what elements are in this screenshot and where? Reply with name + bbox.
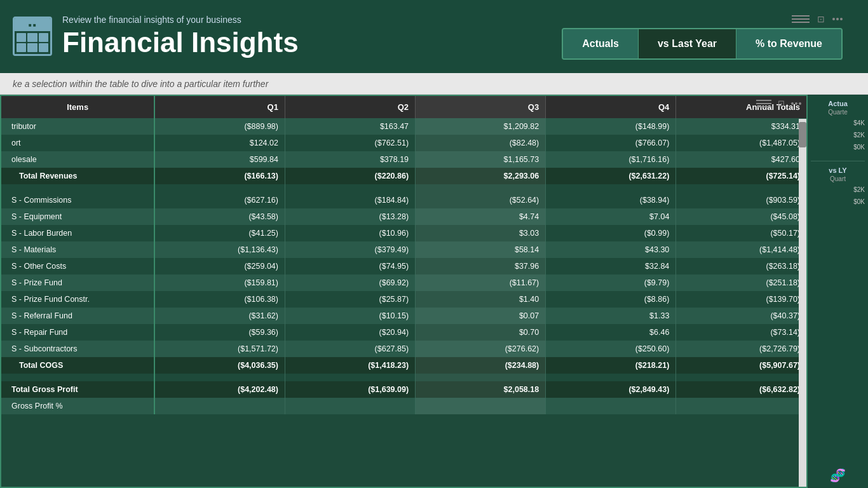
tab-buttons-container: Actuals vs Last Year % to Revenue xyxy=(562,28,843,60)
calculator-icon: ■ ■ xyxy=(13,17,52,56)
row-col-annual xyxy=(676,374,806,381)
table-row[interactable] xyxy=(1,374,806,381)
row-col-q3 xyxy=(416,374,546,381)
row-col-q3: ($276.62) xyxy=(416,341,546,357)
table-row[interactable]: olesale$599.84$378.19$1,165.73($1,716.16… xyxy=(1,151,806,168)
table-panel-controls: ⊡ xyxy=(756,98,801,108)
more-icon[interactable] xyxy=(832,18,843,20)
tab-actuals[interactable]: Actuals xyxy=(563,29,639,58)
table-row[interactable]: Total Gross Profit($4,202.48)($1,639.09)… xyxy=(1,381,806,398)
row-col-q2: ($20.94) xyxy=(285,324,415,341)
table-row[interactable]: tributor($889.98)$163.47$1,209.82($148.9… xyxy=(1,118,806,135)
row-col-q3: ($52.64) xyxy=(416,192,546,208)
right-2k-label: $2K xyxy=(811,132,865,139)
col-items: Items xyxy=(1,96,154,118)
table-row[interactable]: Gross Profit % xyxy=(1,398,806,414)
row-col-q1: ($4,036.35) xyxy=(154,357,285,374)
row-col-q1: ($1,571.72) xyxy=(154,341,285,357)
row-col-q4: $7.04 xyxy=(546,208,676,225)
row-label: Total Revenues xyxy=(1,168,154,184)
row-label xyxy=(1,374,154,381)
row-label: S - Repair Fund xyxy=(1,324,154,341)
row-col-q1: $124.02 xyxy=(154,135,285,151)
table-row[interactable]: S - Repair Fund($59.36)($20.94)$0.70$6.4… xyxy=(1,324,806,341)
scrollbar-track[interactable] xyxy=(799,119,806,487)
row-label: S - Equipment xyxy=(1,208,154,225)
row-col-q1 xyxy=(154,184,285,192)
row-col-q1: ($106.38) xyxy=(154,291,285,308)
table-expand-icon[interactable]: ⊡ xyxy=(778,98,785,108)
row-col-q2: ($69.92) xyxy=(285,274,415,291)
table-row[interactable]: S - Subcontractors($1,571.72)($627.85)($… xyxy=(1,341,806,357)
table-row[interactable]: S - Other Costs($259.04)($74.95)$37.96$3… xyxy=(1,258,806,274)
table-row[interactable]: Total Revenues($166.13)($220.86)$2,293.0… xyxy=(1,168,806,184)
row-col-q1: ($259.04) xyxy=(154,258,285,274)
row-col-annual: ($263.18) xyxy=(676,258,806,274)
row-label xyxy=(1,184,154,192)
right-2k-b-label: $2K xyxy=(811,186,865,193)
row-col-q2: ($10.96) xyxy=(285,225,415,241)
table-more-icon[interactable] xyxy=(791,102,801,105)
row-col-q2: ($25.87) xyxy=(285,291,415,308)
row-col-annual: ($45.08) xyxy=(676,208,806,225)
table-row[interactable]: ort$124.02($762.51)($82.48)($766.07)($1,… xyxy=(1,135,806,151)
row-col-annual: ($251.18) xyxy=(676,274,806,291)
row-label: S - Subcontractors xyxy=(1,341,154,357)
row-col-q1: $599.84 xyxy=(154,151,285,168)
row-col-q2: ($1,639.09) xyxy=(285,381,415,398)
row-col-q2 xyxy=(285,398,415,414)
row-label: S - Prize Fund xyxy=(1,274,154,291)
row-col-q1: ($59.36) xyxy=(154,324,285,341)
row-col-q2: $163.47 xyxy=(285,118,415,135)
tab-vs-last-year[interactable]: vs Last Year xyxy=(639,29,736,58)
row-col-q2: $378.19 xyxy=(285,151,415,168)
table-row[interactable] xyxy=(1,184,806,192)
financial-table: Items Q1 Q2 Q3 Q4 Annual Totals tributor… xyxy=(1,96,806,414)
table-row[interactable]: S - Prize Fund($159.81)($69.92)($11.67)(… xyxy=(1,274,806,291)
row-col-q3: $0.70 xyxy=(416,324,546,341)
row-label: olesale xyxy=(1,151,154,168)
table-row[interactable]: Total COGS($4,036.35)($1,418.23)($234.88… xyxy=(1,357,806,374)
row-col-q2: ($762.51) xyxy=(285,135,415,151)
row-col-annual xyxy=(676,398,806,414)
row-col-q1: ($889.98) xyxy=(154,118,285,135)
main-content: ⊡ Items Q1 Q2 Q3 Q4 Annual Totals xyxy=(0,95,868,488)
header-text-block: Review the financial insights of your bu… xyxy=(62,15,299,58)
row-col-q2: ($1,418.23) xyxy=(285,357,415,374)
row-col-q4: ($0.99) xyxy=(546,225,676,241)
row-label: ort xyxy=(1,135,154,151)
row-col-annual: ($725.14) xyxy=(676,168,806,184)
tab-panel: ⊡ Actuals vs Last Year % to Revenue xyxy=(562,14,843,60)
row-col-q4: ($148.99) xyxy=(546,118,676,135)
table-row[interactable]: S - Commissions($627.16)($184.84)($52.64… xyxy=(1,192,806,208)
right-actuals-label: Actua xyxy=(811,100,865,107)
row-col-q2: ($74.95) xyxy=(285,258,415,274)
table-row[interactable]: S - Equipment($43.58)($13.28)$4.74$7.04(… xyxy=(1,208,806,225)
row-col-q3: ($234.88) xyxy=(416,357,546,374)
table-row[interactable]: S - Materials($1,136.43)($379.49)$58.14$… xyxy=(1,241,806,258)
panel-controls: ⊡ xyxy=(792,14,843,24)
scrollbar-thumb[interactable] xyxy=(799,122,806,147)
table-row[interactable]: S - Labor Burden($41.25)($10.96)$3.03($0… xyxy=(1,225,806,241)
row-col-q4 xyxy=(546,184,676,192)
right-vsly-label: vs LY xyxy=(811,166,865,174)
expand-icon[interactable]: ⊡ xyxy=(817,14,825,24)
tab-pct-revenue[interactable]: % to Revenue xyxy=(736,29,841,58)
row-col-q1 xyxy=(154,374,285,381)
row-label: Total COGS xyxy=(1,357,154,374)
row-col-q1: ($159.81) xyxy=(154,274,285,291)
row-col-q1: ($627.16) xyxy=(154,192,285,208)
row-col-annual: ($5,907.67) xyxy=(676,357,806,374)
row-col-q3: $37.96 xyxy=(416,258,546,274)
row-col-annual: ($903.59) xyxy=(676,192,806,208)
col-q1: Q1 xyxy=(154,96,285,118)
row-col-q2: ($10.15) xyxy=(285,308,415,324)
row-col-q3: $0.07 xyxy=(416,308,546,324)
row-col-q4: $43.30 xyxy=(546,241,676,258)
row-col-annual: ($1,487.05) xyxy=(676,135,806,151)
table-row[interactable]: S - Referral Fund($31.62)($10.15)$0.07$1… xyxy=(1,308,806,324)
row-label: S - Commissions xyxy=(1,192,154,208)
table-row[interactable]: S - Prize Fund Constr.($106.38)($25.87)$… xyxy=(1,291,806,308)
header-subtitle: Review the financial insights of your bu… xyxy=(62,15,299,25)
row-col-annual: ($139.70) xyxy=(676,291,806,308)
